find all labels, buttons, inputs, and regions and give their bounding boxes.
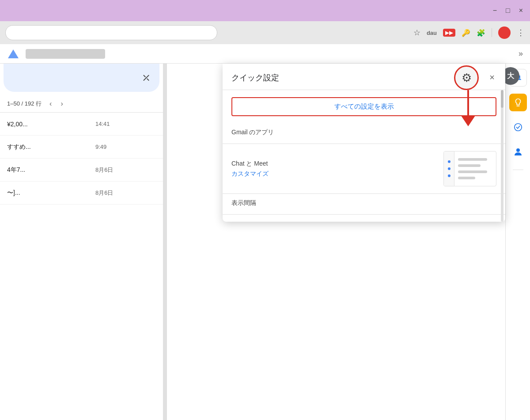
sidebar-divider	[513, 170, 523, 170]
email-time: 14:41	[95, 121, 110, 127]
browser-chrome: ☆ dau ▶▶ 🔑 🧩 ⋮	[0, 21, 530, 44]
chat-meet-info: Chat と Meet カスタマイズ	[231, 160, 269, 178]
scrollbar[interactable]	[501, 90, 504, 222]
scroll-divider	[163, 64, 167, 420]
chat-meet-section: Chat と Meet カスタマイズ	[223, 144, 505, 194]
extension-icon-4[interactable]: 🧩	[477, 29, 485, 37]
chat-meet-preview	[443, 151, 496, 186]
quick-settings-title: クイック設定	[231, 72, 488, 83]
preview-dot-2	[448, 167, 450, 170]
email-time: 8月6日	[95, 189, 113, 197]
extension-icon-2[interactable]: ▶▶	[443, 29, 455, 37]
separator	[492, 28, 492, 37]
email-sender: ¥2,00...	[7, 121, 95, 128]
email-list-area: ⤫ 1–50 / 192 行 ‹ › ¥2,00... 14:41 すすめ...…	[0, 64, 163, 420]
preview-dots	[444, 151, 454, 186]
svg-point-6	[516, 148, 520, 152]
chat-meet-title: Chat と Meet	[231, 160, 269, 168]
arrow-head	[461, 116, 475, 126]
right-sidebar: 31	[505, 64, 530, 420]
google-drive-icon	[7, 48, 19, 60]
gear-settings-highlighted[interactable]: ⚙	[454, 65, 479, 90]
display-density-title: 表示間隔	[231, 199, 496, 207]
show-all-settings-button[interactable]: すべての設定を表示	[231, 97, 496, 116]
more-options-icon[interactable]: »	[519, 49, 523, 58]
chat-meet-row: Chat と Meet カスタマイズ	[231, 149, 496, 188]
email-sender: 〜]...	[7, 189, 95, 197]
email-sender: すすめ...	[7, 143, 95, 151]
email-time: 9:49	[95, 144, 106, 150]
preview-line-4	[458, 177, 475, 179]
email-list-header: 1–50 / 192 行 ‹ ›	[0, 95, 163, 113]
gear-icon: ⚙	[462, 71, 472, 85]
contacts-button[interactable]	[509, 143, 527, 161]
email-time: 8月6日	[95, 166, 113, 174]
gmail-apps-title: Gmail のアプリ	[231, 129, 496, 136]
extension-icon-1[interactable]: dau	[427, 30, 437, 36]
maximize-button[interactable]: □	[506, 7, 510, 14]
browser-menu-icon[interactable]: ⋮	[517, 28, 525, 38]
quick-settings-close-button[interactable]: ×	[488, 71, 496, 84]
preview-dot-3	[448, 174, 450, 177]
search-area: ⤫	[4, 64, 159, 92]
extension-icon-3[interactable]: 🔑	[462, 29, 470, 37]
filter-icon[interactable]: ⤫	[142, 72, 151, 84]
list-item[interactable]: 〜]... 8月6日	[0, 182, 163, 204]
close-window-button[interactable]: ×	[519, 7, 523, 14]
customize-link[interactable]: カスタマイズ	[231, 170, 269, 177]
minimize-button[interactable]: −	[493, 7, 497, 14]
email-sender: 4年7...	[7, 166, 95, 174]
bookmark-icon[interactable]: ☆	[413, 28, 420, 38]
gmail-apps-section: Gmail のアプリ	[223, 123, 505, 144]
preview-line-2	[458, 164, 481, 167]
preview-dot-1	[448, 160, 450, 163]
preview-lines	[454, 151, 496, 186]
pagination-text: 1–50 / 192 行	[7, 100, 42, 108]
next-page-button[interactable]: ›	[58, 99, 65, 109]
display-density-section: 表示間隔	[223, 194, 505, 215]
svg-point-5	[514, 124, 522, 131]
scroll-thumb[interactable]	[501, 90, 504, 108]
toolbar-row: »	[0, 44, 530, 64]
tasks-button[interactable]	[509, 94, 527, 111]
list-item[interactable]: すすめ... 9:49	[0, 136, 163, 159]
preview-line-1	[458, 158, 487, 161]
prev-page-button[interactable]: ‹	[47, 99, 54, 109]
page-url-blurred	[26, 49, 105, 59]
arrow-shaft	[467, 90, 469, 117]
preview-line-3	[458, 170, 487, 173]
browser-icons: ☆ dau ▶▶ 🔑 🧩 ⋮	[413, 26, 525, 39]
profile-avatar[interactable]	[498, 26, 511, 39]
main-area: ⤫ 1–50 / 192 行 ‹ › ¥2,00... 14:41 すすめ...…	[0, 64, 530, 420]
list-item[interactable]: 4年7... 8月6日	[0, 159, 163, 182]
content-area: ? ⚙ ⋮⋮⋮ 大 クイック設定 ×	[167, 64, 530, 420]
address-bar[interactable]	[5, 25, 217, 40]
annotation-arrow	[461, 90, 475, 126]
tasks-checkmark-button[interactable]	[509, 118, 527, 136]
title-bar: − □ ×	[0, 0, 530, 21]
list-item[interactable]: ¥2,00... 14:41	[0, 113, 163, 136]
